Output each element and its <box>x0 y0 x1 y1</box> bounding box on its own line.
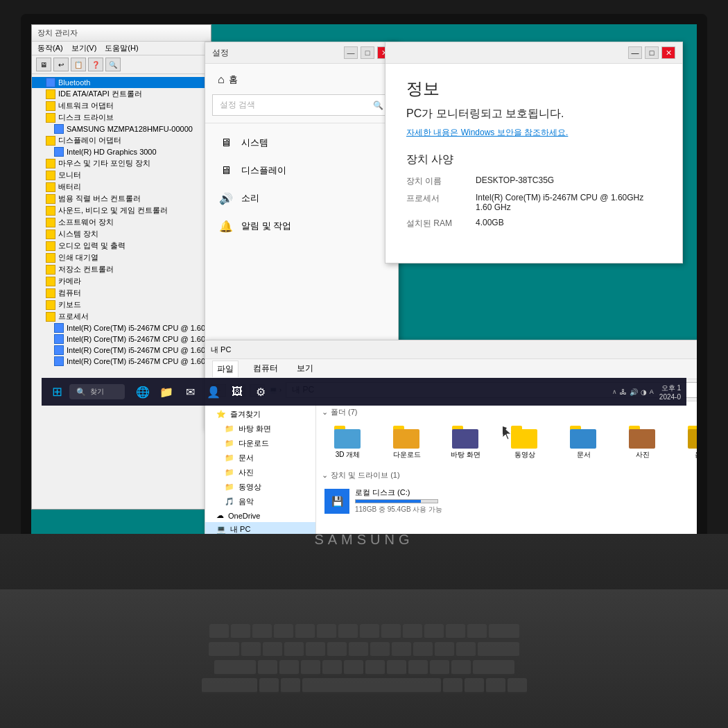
toolbar-btn-4[interactable]: ❓ <box>88 58 103 71</box>
key[interactable] <box>403 624 422 639</box>
taskbar-search-box[interactable]: 🔍 찾기 <box>69 384 125 399</box>
key[interactable] <box>344 660 363 675</box>
tree-item-processor[interactable]: 프로세서 <box>32 311 211 322</box>
settings-minimize-btn[interactable]: — <box>344 46 358 59</box>
key[interactable] <box>467 624 487 639</box>
folder-desktop[interactable]: 문서 <box>557 422 609 462</box>
info-maximize-btn[interactable]: □ <box>645 46 659 59</box>
key[interactable] <box>443 678 462 693</box>
key[interactable] <box>349 642 368 657</box>
settings-nav-sound[interactable]: 🔊 소리 <box>205 184 398 212</box>
key[interactable] <box>430 660 449 675</box>
toolbar-btn-1[interactable]: 🖥 <box>36 58 51 71</box>
sidebar-item-documents[interactable]: 📁 문서 <box>205 451 315 465</box>
settings-nav-system[interactable]: 🖥 시스템 <box>205 129 398 157</box>
folder-3d[interactable]: 3D 개체 <box>322 422 374 462</box>
info-minimize-btn[interactable]: — <box>628 46 642 59</box>
key[interactable] <box>281 678 300 693</box>
key[interactable] <box>327 642 347 657</box>
tree-item-computer[interactable]: 컴퓨터 <box>32 287 211 299</box>
tree-item-keyboard[interactable]: 키보드 <box>32 299 211 311</box>
tree-item-sound[interactable]: 사운드, 비디오 및 게임 컨트롤러 <box>32 205 211 216</box>
sidebar-item-onedrive[interactable]: ☁ OneDrive <box>205 509 315 522</box>
taskbar-settings-icon[interactable]: ⚙ <box>251 382 270 401</box>
toolbar-btn-2[interactable]: ↩ <box>53 58 69 71</box>
taskbar-mail-icon[interactable]: ✉ <box>180 382 200 401</box>
tree-item-display[interactable]: 디스플레이 어댑터 <box>32 135 211 146</box>
taskbar-person-icon[interactable]: 👤 <box>204 382 223 401</box>
settings-nav-notifications[interactable]: 🔔 알림 및 작업 <box>205 212 398 240</box>
tree-item-cpu-1[interactable]: Intel(R) Core(TM) i5-2467M CPU @ 1.60GHz <box>32 322 211 333</box>
folder-music[interactable]: 음악 <box>675 422 697 462</box>
key[interactable] <box>295 624 315 639</box>
tree-item-cpu-4[interactable]: Intel(R) Core(TM) i5-2467M CPU @ 1.60GHz <box>32 356 211 367</box>
sidebar-item-videos[interactable]: 📁 동영상 <box>205 480 315 494</box>
tray-up-arrow[interactable]: ∧ <box>612 388 617 395</box>
key[interactable] <box>456 642 476 657</box>
tree-item-cpu-2[interactable]: Intel(R) Core(TM) i5-2467M CPU @ 1.60GHz <box>32 333 211 345</box>
taskbar-photos-icon[interactable]: 🖼 <box>227 382 247 401</box>
tree-item-system[interactable]: 시스템 장치 <box>32 228 211 240</box>
key[interactable] <box>465 678 484 693</box>
key[interactable] <box>317 624 336 639</box>
tree-item-monitor[interactable]: 모니터 <box>32 169 211 181</box>
tree-item-software[interactable]: 소프트웨어 장치 <box>32 216 211 228</box>
key[interactable] <box>446 624 465 639</box>
settings-nav-display[interactable]: 🖥 디스플레이 <box>205 157 398 184</box>
key[interactable] <box>209 624 229 639</box>
home-label[interactable]: 홈 <box>229 73 238 86</box>
sidebar-item-desktop[interactable]: 📁 바탕 화면 <box>205 422 315 436</box>
key[interactable] <box>508 678 527 693</box>
folder-videos[interactable]: 바탕 화면 <box>440 422 492 462</box>
key[interactable] <box>413 642 433 657</box>
tree-item-usb[interactable]: 범용 직렬 버스 컨트롤러 <box>32 193 211 205</box>
key[interactable] <box>306 642 325 657</box>
start-button[interactable]: ⊞ <box>47 382 67 401</box>
key[interactable] <box>489 624 519 639</box>
sidebar-item-music[interactable]: 🎵 음악 <box>205 494 315 509</box>
tree-item-camera[interactable]: 카메라 <box>32 275 211 287</box>
key[interactable] <box>370 642 390 657</box>
spacebar-left[interactable] <box>202 678 257 693</box>
tree-item-print[interactable]: 인쇄 대기열 <box>32 252 211 263</box>
tree-item-audio-io[interactable]: 오디오 입력 및 출력 <box>32 240 211 252</box>
fe-menu-computer[interactable]: 컴퓨터 <box>249 361 282 377</box>
key[interactable] <box>486 678 505 693</box>
key[interactable] <box>424 624 444 639</box>
fe-menu-file[interactable]: 파일 <box>212 361 239 377</box>
tree-item-cpu-3[interactable]: Intel(R) Core(TM) i5-2467M CPU @ 1.60GHz <box>32 345 211 356</box>
key[interactable] <box>252 624 272 639</box>
sidebar-item-downloads[interactable]: 📁 다운로드 <box>205 436 315 451</box>
key[interactable] <box>408 660 428 675</box>
taskbar-folder-icon[interactable]: 📁 <box>157 382 176 401</box>
key[interactable] <box>365 660 385 675</box>
dm-menu-view[interactable]: 보기(V) <box>71 43 97 53</box>
dm-menu-action[interactable]: 동작(A) <box>37 43 63 53</box>
key[interactable] <box>301 660 320 675</box>
key[interactable] <box>241 642 261 657</box>
key[interactable] <box>263 642 282 657</box>
search-placeholder[interactable]: 설정 검색 <box>220 99 255 111</box>
key[interactable] <box>478 642 519 657</box>
key[interactable] <box>435 642 454 657</box>
toolbar-btn-5[interactable]: 🔍 <box>105 58 121 71</box>
search-icon[interactable]: 🔍 <box>373 101 383 110</box>
key[interactable] <box>387 660 406 675</box>
settings-maximize-btn[interactable]: □ <box>361 46 374 59</box>
dm-menu-help[interactable]: 도움말(H) <box>105 43 138 53</box>
drive-c[interactable]: 💾 로컬 디스크 (C:) 118GB 중 95.4GB 사용 가능 <box>322 485 697 517</box>
folder-documents[interactable]: 동영상 <box>499 422 551 462</box>
tree-item-bluetooth[interactable]: Bluetooth <box>32 77 211 88</box>
folder-pictures[interactable]: 사진 <box>616 422 668 462</box>
tree-item-network[interactable]: 네트워크 어댑터 <box>32 100 211 112</box>
toolbar-btn-3[interactable]: 📋 <box>71 58 86 71</box>
tree-item-hd3000[interactable]: Intel(R) HD Graphics 3000 <box>32 146 211 157</box>
key[interactable] <box>322 660 342 675</box>
sidebar-item-pictures[interactable]: 📁 사진 <box>205 465 315 480</box>
key[interactable] <box>209 642 239 657</box>
fe-menu-view[interactable]: 보기 <box>293 361 318 377</box>
tree-item-mouse[interactable]: 마우스 및 기타 포인팅 장치 <box>32 157 211 169</box>
key[interactable] <box>258 660 277 675</box>
key[interactable] <box>284 642 304 657</box>
key[interactable] <box>392 642 411 657</box>
